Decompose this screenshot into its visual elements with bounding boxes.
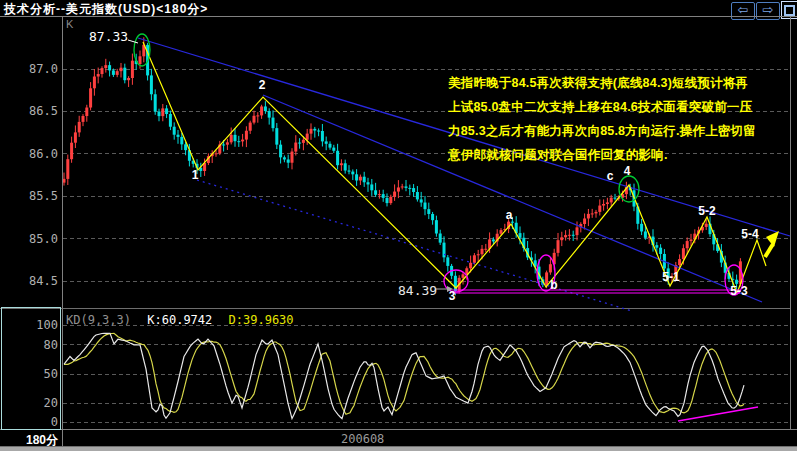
price-axis-label: 84.5 [18,274,58,288]
wave-label-b: b [550,278,557,292]
price-axis-label: 85.0 [18,232,58,246]
wave-label-4: 4 [624,164,631,178]
kd-axis-label: 100 [18,318,58,332]
kd-axis-label: 0 [18,415,58,429]
analyst-annotation: 美指昨晚于84.5再次获得支持(底线84.3)短线预计将再 上试85.0盘中二次… [448,71,796,167]
kd-params-label: KD(9,3,3) [66,313,131,327]
wave-label-5-4: 5-4 [741,227,758,241]
wave-label-3: 3 [449,289,456,303]
kd-d-value: D:39.9630 [229,313,294,327]
wave-label-c: c [607,169,614,183]
wave-label-5-3: 5-3 [730,284,747,298]
kd-k-value: K:60.9742 [147,313,212,327]
chart-type-label: K [66,18,73,30]
price-axis-label: 87.0 [18,62,58,76]
wave-label-a: a [506,208,513,222]
kd-axis-label: 80 [18,338,58,352]
wave-label-5-1: 5-1 [662,270,679,284]
wave-label-5-2: 5-2 [698,204,715,218]
annotation-line: 上试85.0盘中二次支持上移在84.6技术面看突破前一压 [448,95,796,119]
status-strip [0,446,797,451]
app-window: 技术分析--美元指数(USD)<180分> ⇦ ⇨ K 87.0 86.5 86… [0,0,797,451]
wave-label-2: 2 [259,78,266,92]
price-axis-label: 86.5 [18,104,58,118]
annotation-line: 美指昨晚于84.5再次获得支持(底线84.3)短线预计将再 [448,71,796,95]
kd-axis-label: 20 [18,396,58,410]
date-axis-tick: 200608 [341,432,384,446]
callout-marker-layer [128,40,453,292]
chart-canvas[interactable] [0,0,797,451]
kd-axis-label: 50 [18,367,58,381]
wave-label-1: 1 [192,168,199,182]
price-axis-label: 86.0 [18,147,58,161]
annotation-line: 力85.3之后才有能力再次向85.8方向运行.操作上密切留 [448,119,796,143]
peak-price-callout: 87.33 [89,29,128,44]
support-line-layer [452,290,740,293]
kd-line-layer [64,333,758,421]
kd-indicator-header: KD(9,3,3) K:60.9742 D:39.9630 [66,313,294,327]
annotation-line: 意伊郎就核问题对联合国作回复的影响. [448,143,796,167]
price-axis-label: 85.5 [18,189,58,203]
support-price-callout: 84.39 [398,283,437,298]
